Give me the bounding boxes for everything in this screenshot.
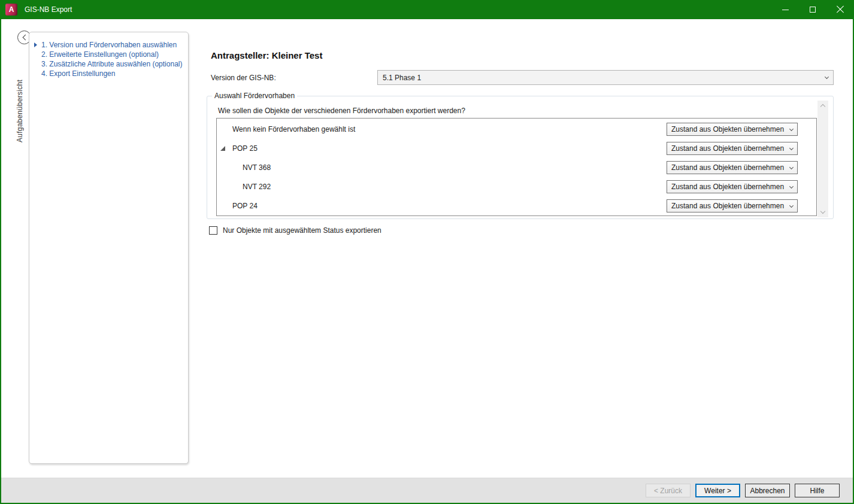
- chevron-left-icon: [22, 35, 28, 41]
- chevron-down-icon: [789, 145, 794, 150]
- status-dropdown-value: Zustand aus Objekten übernehmen: [671, 183, 784, 191]
- step-label: 3. Zusätzliche Attribute auswählen (opti…: [41, 60, 182, 68]
- expander-expanded-icon[interactable]: [220, 146, 226, 151]
- wizard-steps-list: 1. Version und Fördervorhaben auswählen …: [41, 40, 183, 78]
- status-dropdown[interactable]: Zustand aus Objekten übernehmen: [667, 142, 798, 155]
- groupbox-title: Auswahl Fördervorhaben: [212, 92, 297, 100]
- footer-button-bar: < Zurück Weiter > Abbrechen Hilfe: [1, 478, 853, 503]
- chevron-down-icon: [789, 126, 794, 130]
- help-button[interactable]: Hilfe: [795, 484, 840, 497]
- chevron-down-icon: [789, 165, 794, 169]
- foerdervorhaben-tree: Wenn kein Fördervorhaben gewählt ist Zus…: [216, 118, 817, 216]
- tree-row-label: POP 24: [232, 202, 258, 210]
- close-icon: [836, 5, 844, 14]
- status-dropdown-value: Zustand aus Objekten übernehmen: [671, 125, 784, 133]
- next-button[interactable]: Weiter >: [695, 484, 740, 497]
- version-dropdown[interactable]: 5.1 Phase 1: [377, 70, 834, 85]
- foerdervorhaben-groupbox: Auswahl Fördervorhaben Wie sollen die Ob…: [207, 96, 834, 219]
- chevron-down-icon: [789, 184, 794, 188]
- app-icon: A: [5, 4, 17, 16]
- app-window: A GIS-NB Export Aufgabenübersicht 1. Ver…: [0, 0, 854, 504]
- tree-row-label: NVT 368: [243, 163, 271, 172]
- tree-row-label: Wenn kein Fördervorhaben gewählt ist: [232, 125, 355, 133]
- cancel-button[interactable]: Abbrechen: [745, 484, 790, 497]
- tree-row[interactable]: NVT 292 Zustand aus Objekten übernehmen: [217, 177, 816, 196]
- status-dropdown[interactable]: Zustand aus Objekten übernehmen: [667, 180, 798, 193]
- applicant-heading: Antragsteller: Kleiner Test: [211, 50, 322, 60]
- status-dropdown-value: Zustand aus Objekten übernehmen: [671, 202, 784, 210]
- status-dropdown[interactable]: Zustand aus Objekten übernehmen: [667, 199, 798, 212]
- window-title: GIS-NB Export: [25, 5, 72, 14]
- active-step-caret-icon: [34, 42, 37, 47]
- step-label: 2. Erweiterte Einstellungen (optional): [41, 50, 159, 59]
- tree-row[interactable]: POP 25 Zustand aus Objekten übernehmen: [217, 139, 816, 158]
- tree-row[interactable]: Wenn kein Fördervorhaben gewählt ist Zus…: [217, 120, 816, 139]
- chevron-down-icon: [820, 209, 825, 214]
- tree-row[interactable]: POP 24 Zustand aus Objekten übernehmen: [217, 196, 816, 215]
- task-overview-vertical-label: Aufgabenübersicht: [16, 48, 26, 142]
- tree-row-label: NVT 292: [243, 183, 271, 191]
- title-bar: A GIS-NB Export: [0, 0, 854, 19]
- status-dropdown[interactable]: Zustand aus Objekten übernehmen: [667, 123, 798, 136]
- back-button[interactable]: < Zurück: [646, 484, 691, 497]
- close-button[interactable]: [826, 0, 854, 19]
- content-area: Aufgabenübersicht 1. Version und Förderv…: [1, 19, 853, 503]
- status-dropdown-value: Zustand aus Objekten übernehmen: [671, 144, 784, 153]
- minimize-button[interactable]: [771, 0, 799, 19]
- tree-row[interactable]: NVT 368 Zustand aus Objekten übernehmen: [217, 158, 816, 177]
- status-dropdown-value: Zustand aus Objekten übernehmen: [671, 163, 784, 172]
- vertical-scrollbar[interactable]: [817, 101, 828, 217]
- version-dropdown-value: 5.1 Phase 1: [383, 74, 421, 82]
- sidebar-item-step-4[interactable]: 4. Export Einstellungen: [41, 69, 183, 78]
- checkbox-label: Nur Objekte mit ausgewähltem Status expo…: [223, 226, 381, 235]
- sidebar-item-step-1[interactable]: 1. Version und Fördervorhaben auswählen: [41, 40, 183, 50]
- only-selected-status-checkbox[interactable]: [209, 226, 217, 235]
- wizard-steps-panel: 1. Version und Fördervorhaben auswählen …: [29, 32, 189, 464]
- minimize-icon: [782, 10, 789, 10]
- chevron-down-icon: [825, 75, 829, 79]
- export-question-label: Wie sollen die Objekte der verschiedenen…: [218, 107, 465, 115]
- sidebar-item-step-2[interactable]: 2. Erweiterte Einstellungen (optional): [41, 50, 183, 59]
- status-dropdown[interactable]: Zustand aus Objekten übernehmen: [667, 161, 798, 174]
- scrollbar-up-button[interactable]: [817, 101, 828, 110]
- only-selected-status-row: Nur Objekte mit ausgewähltem Status expo…: [209, 226, 381, 235]
- maximize-icon: [810, 7, 816, 13]
- window-controls: [771, 0, 854, 19]
- chevron-down-icon: [789, 203, 794, 207]
- step-label: 1. Version und Fördervorhaben auswählen: [41, 41, 177, 49]
- version-label: Version der GIS-NB:: [211, 74, 276, 82]
- tree-row-label: POP 25: [232, 144, 258, 153]
- step-label: 4. Export Einstellungen: [41, 69, 115, 78]
- maximize-button[interactable]: [799, 0, 826, 19]
- chevron-up-icon: [820, 104, 825, 109]
- sidebar-item-step-3[interactable]: 3. Zusätzliche Attribute auswählen (opti…: [41, 59, 183, 69]
- scrollbar-down-button[interactable]: [817, 208, 828, 217]
